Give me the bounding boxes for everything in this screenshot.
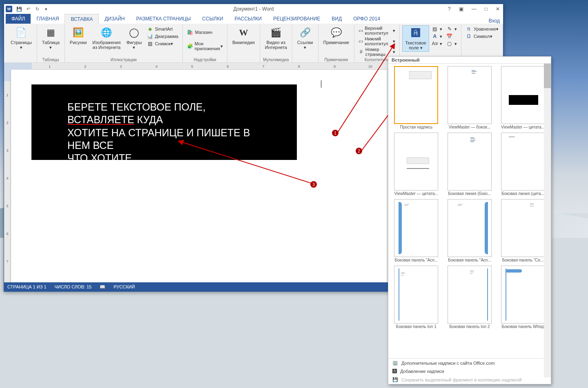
quick-parts-button[interactable]: ▤▾ xyxy=(430,25,444,33)
gallery-item[interactable]: Боковая панель Whisp xyxy=(497,266,548,329)
gallery-scrollbar[interactable] xyxy=(544,64,551,377)
gallery-item[interactable]: ▬▬▬▬▬Боковая линия (цита... xyxy=(497,133,548,196)
save-selection-to-gallery: 💾Сохранить выделенный фрагмент в коллекц… xyxy=(388,375,551,384)
tab-orfo[interactable]: ОРФО 2014 xyxy=(347,14,386,24)
gallery-item[interactable]: ▬▬▬▬▬▬▬Боковая панель "Асп... xyxy=(391,199,442,262)
online-pictures-button[interactable]: 🌐Изображенияиз Интернета xyxy=(90,25,123,51)
tab-mailings[interactable]: РАССЫЛКИ xyxy=(229,14,267,24)
equation-button[interactable]: πУравнение ▾ xyxy=(464,25,500,33)
screenshot-button[interactable]: ▧Снимок ▾ xyxy=(145,40,180,47)
chart-button[interactable]: 📊Диаграмма xyxy=(145,33,180,40)
links-button[interactable]: 🔗Ссылки▾ xyxy=(295,25,316,51)
gallery-item-label: ViewMaster — боков... xyxy=(448,125,492,129)
screenshot-icon: ▧ xyxy=(147,40,153,47)
dropcap-icon: A≡ xyxy=(432,40,438,47)
status-proof-icon[interactable]: 📖 xyxy=(100,284,105,290)
maximize-button[interactable]: □ xyxy=(483,5,489,13)
draw-text-box[interactable]: 🅰Добавление надписи xyxy=(388,367,551,375)
tab-view[interactable]: ВИД xyxy=(326,14,347,24)
pages-button[interactable]: 📄 Страницы▾ xyxy=(8,25,34,51)
gallery-thumbnail: ▬▬▬▬▬▬▬▬ xyxy=(394,266,438,324)
table-icon: ▦ xyxy=(44,26,57,39)
gallery-scroll-area[interactable]: Простая надпись▬▬▬▬▬▬▬▬▬▬ViewMaster — бо… xyxy=(388,64,551,358)
text-box-button[interactable]: 🅰 Текстовое поле ▾ xyxy=(402,25,429,52)
office-icon: 🏢 xyxy=(392,360,398,366)
table-button[interactable]: ▦ Таблица▾ xyxy=(40,25,62,51)
group-label-apps: Надстройки xyxy=(183,58,227,62)
smartart-button[interactable]: ◆SmartArt xyxy=(145,25,180,33)
text-box-gallery: Встроенный Простая надпись▬▬▬▬▬▬▬▬▬▬View… xyxy=(388,56,551,384)
tab-insert[interactable]: ВСТАВКА xyxy=(65,14,99,24)
tab-file[interactable]: ФАЙЛ xyxy=(6,14,31,24)
vertical-ruler[interactable]: 1234567 xyxy=(4,70,11,282)
wordart-button[interactable]: A▾ xyxy=(430,33,444,40)
signature-button[interactable]: ✎▾ xyxy=(445,25,459,33)
status-word-count[interactable]: ЧИСЛО СЛОВ: 15 xyxy=(55,284,92,289)
inserted-text-box[interactable]: БЕРЕТЕ ТЕКСТОВОЕ ПОЛЕ, ВСТАВЛЯЕТЕ КУДА Х… xyxy=(31,84,297,160)
object-button[interactable]: ▢▾ xyxy=(445,40,459,47)
links-icon: 🔗 xyxy=(298,26,312,39)
gallery-thumbnail: ▬▬▬▬▬▬▬▬ xyxy=(448,266,492,324)
tab-review[interactable]: РЕЦЕНЗИРОВАНИЕ xyxy=(267,14,326,24)
symbol-button[interactable]: ΩСимвол ▾ xyxy=(464,33,500,40)
qat-customize-button[interactable]: ▾ xyxy=(42,5,50,13)
annotation-3: 3 xyxy=(310,181,317,188)
tab-references[interactable]: ССЫЛКИ xyxy=(196,14,229,24)
drop-cap-button[interactable]: A≡▾ xyxy=(430,40,444,47)
gallery-item[interactable]: ▬▬▬▬▬▬▬▬Боковая панель Ion 1 xyxy=(391,266,442,329)
page-number-button[interactable]: #Номер страницы ▾ xyxy=(357,47,397,57)
ribbon-display-button[interactable]: ▣ xyxy=(457,5,465,13)
gallery-item[interactable]: ▬▬▬▬▬▬▬▬Боковая панель Ion 2 xyxy=(444,266,495,329)
pages-icon: 📄 xyxy=(15,26,28,39)
gallery-item[interactable]: ▬▬▬▬▬▬▬▬▬▬ViewMaster — боков... xyxy=(444,66,495,129)
minimize-button[interactable]: — xyxy=(470,5,478,13)
window-title: Документ1 - Word xyxy=(233,6,274,12)
group-label-illustrations: Иллюстрации xyxy=(65,58,183,62)
help-button[interactable]: ? xyxy=(446,5,452,13)
online-video-button[interactable]: 🎬Видео изИнтернета xyxy=(263,25,290,51)
text-cursor xyxy=(321,80,321,88)
tab-home[interactable]: ГЛАВНАЯ xyxy=(31,14,65,24)
my-apps-button[interactable]: 🧩Мои приложения ▾ xyxy=(185,41,225,51)
comment-icon: 💬 xyxy=(330,26,343,39)
gallery-item[interactable]: ▬▬▬▬▬▬▬Боковая панель "Асп... xyxy=(444,199,495,262)
store-button[interactable]: 🛍️Магазин xyxy=(185,29,225,36)
symbol-icon: Ω xyxy=(466,33,472,40)
login-link[interactable]: Вход xyxy=(489,18,500,24)
gallery-item[interactable]: ViewMaster — цитата... xyxy=(391,133,442,196)
gallery-header: Встроенный xyxy=(388,57,551,64)
document-page[interactable]: БЕРЕТЕ ТЕКСТОВОЕ ПОЛЕ, ВСТАВЛЯЕТЕ КУДА Х… xyxy=(11,70,387,282)
qat-save-button[interactable]: 💾 xyxy=(16,5,23,13)
pictures-button[interactable]: 🖼️Рисунки xyxy=(67,25,89,51)
gallery-item-label: Боковая панель Whisp xyxy=(501,324,545,329)
gallery-item-label: Боковая панель Ion 1 xyxy=(394,324,438,329)
store-icon: 🛍️ xyxy=(187,29,194,35)
close-button[interactable]: ✕ xyxy=(494,5,501,13)
wikipedia-button[interactable]: WВикипедия xyxy=(230,25,257,46)
footer-button[interactable]: ▭Нижний колонтитул ▾ xyxy=(357,36,397,47)
gallery-item[interactable]: ▬▬▬▬▬▬▬▬▬Боковая панель "Се... xyxy=(497,199,548,262)
header-button[interactable]: ▭Верхний колонтитул ▾ xyxy=(357,25,397,36)
textbox-icon: 🅰 xyxy=(409,27,422,40)
comment-button[interactable]: 💬Примечание xyxy=(321,25,352,46)
header-icon: ▭ xyxy=(359,27,363,34)
tab-design[interactable]: ДИЗАЙН xyxy=(99,14,130,24)
status-language[interactable]: РУССКИЙ xyxy=(114,284,135,289)
more-textboxes-online[interactable]: 🏢Дополнительные надписи с сайта Office.c… xyxy=(388,359,551,367)
status-page[interactable]: СТРАНИЦА 1 ИЗ 1 xyxy=(7,284,47,289)
word-icon: W xyxy=(6,6,12,12)
shapes-button[interactable]: ◯Фигуры▾ xyxy=(124,25,144,51)
gallery-item-label: Боковая линия (боко... xyxy=(448,191,492,196)
myapps-icon: 🧩 xyxy=(187,43,193,49)
qat-redo-button[interactable]: ↻ xyxy=(33,5,41,13)
qat-undo-button[interactable]: ↶ xyxy=(24,5,32,13)
gallery-item[interactable]: ▬▬▬▬▬▬▬▬▬▬▬▬▬▬Боковая линия (боко... xyxy=(444,133,495,196)
gallery-item[interactable]: ViewMaster — цитата... xyxy=(497,66,548,129)
draw-textbox-icon: 🅰 xyxy=(392,369,397,374)
signature-icon: ✎ xyxy=(446,26,453,32)
datetime-button[interactable]: 📅 xyxy=(445,33,459,40)
tab-layout[interactable]: РАЗМЕТКА СТРАНИЦЫ xyxy=(131,14,197,24)
gallery-item-label: Боковая панель "Асп... xyxy=(394,258,438,262)
gallery-thumbnail: ▬▬▬▬▬▬▬▬▬▬ xyxy=(448,66,492,124)
gallery-item[interactable]: Простая надпись xyxy=(391,66,442,129)
